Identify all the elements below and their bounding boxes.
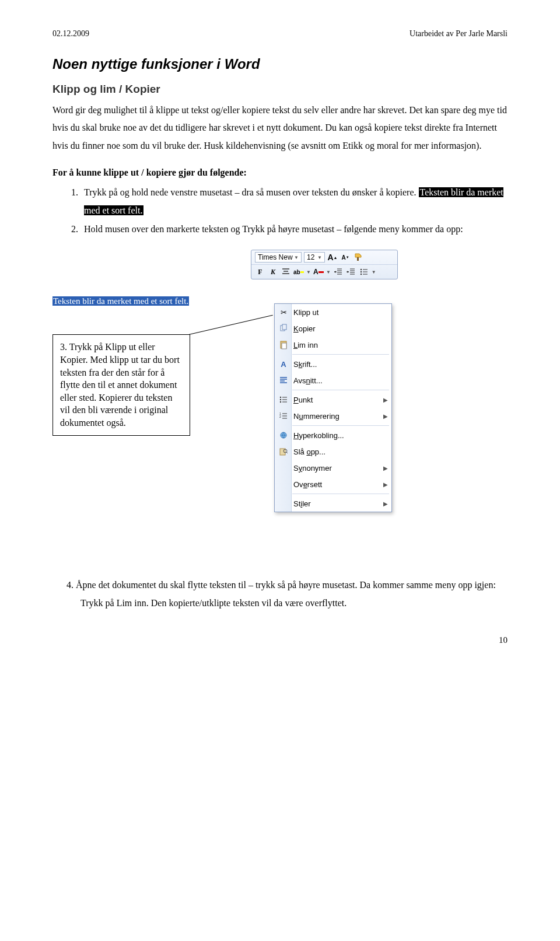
menu-lookup[interactable]: Slå opp...: [275, 443, 391, 460]
svg-rect-7: [282, 343, 286, 349]
highlight-ab-text: ab: [293, 269, 300, 275]
mini-toolbar: Times New ▼ 12 ▼ A▲ A▼ F K: [251, 250, 398, 279]
bullets-icon: [359, 267, 369, 277]
figure-area: Times New ▼ 12 ▼ A▲ A▼ F K: [52, 250, 508, 553]
dropdown-caret-icon: ▼: [294, 255, 299, 260]
dropdown-caret-icon: ▼: [317, 255, 322, 260]
font-selector[interactable]: Times New ▼: [255, 252, 302, 263]
steps-heading: For å kunne klippe ut / kopiere gjør du …: [52, 167, 508, 178]
toolbar-row-2: F K ab ▼ A ▼: [251, 264, 397, 279]
menu-bullets[interactable]: Punkt ▶: [275, 391, 391, 408]
steps-list: Trykk på og hold nede venstre musetast –…: [52, 184, 508, 238]
menu-copy[interactable]: Kopier: [275, 320, 391, 337]
submenu-arrow-icon: ▶: [383, 413, 388, 419]
bold-button[interactable]: F: [255, 267, 265, 277]
callout-connector-line: [176, 315, 273, 338]
submenu-arrow-icon: ▶: [383, 501, 388, 507]
menu-paragraph[interactable]: Avsnitt...: [275, 372, 391, 389]
svg-point-8: [280, 397, 281, 398]
step-1-text: Trykk på og hold nede venstre musetast –…: [84, 187, 419, 197]
svg-point-9: [280, 399, 281, 400]
selected-text: Teksten blir da merket med et sort felt.: [52, 296, 189, 306]
blank-icon: [277, 479, 290, 489]
font-color-button[interactable]: A: [313, 267, 324, 277]
bullets-button[interactable]: [359, 267, 369, 277]
indent-decrease-icon: [334, 267, 343, 277]
blank-icon: [277, 498, 290, 509]
grow-font-button[interactable]: A▲: [327, 252, 338, 263]
menu-translate[interactable]: Oversett ▶: [275, 476, 391, 492]
numbering-icon: 12: [277, 411, 290, 421]
paragraph-icon: [277, 375, 290, 386]
header-author: Utarbeidet av Per Jarle Marsli: [410, 29, 508, 39]
context-menu: ✂ Klipp ut Kopier Lim inn A: [274, 303, 392, 512]
font-color-bar: [318, 271, 324, 273]
copy-icon: [277, 323, 290, 334]
submenu-arrow-icon: ▶: [383, 481, 388, 488]
scissors-icon: ✂: [277, 307, 290, 317]
italic-button[interactable]: K: [268, 267, 278, 277]
paste-icon: [277, 340, 290, 350]
svg-point-3: [360, 274, 362, 275]
menu-numbering[interactable]: 12 Nummerering ▶: [275, 408, 391, 424]
indent-decrease-button[interactable]: [333, 267, 344, 277]
bullets-icon: [277, 394, 290, 405]
step-1: Trykk på og hold nede venstre musetast –…: [80, 184, 508, 219]
menu-separator: [292, 390, 389, 390]
highlight-button[interactable]: ab: [293, 267, 304, 277]
align-center-button[interactable]: [281, 267, 291, 277]
font-a-icon: A: [277, 359, 290, 369]
hyperlink-icon: [277, 430, 290, 440]
page-number: 10: [52, 635, 508, 645]
svg-rect-0: [357, 257, 359, 261]
dropdown-caret-icon[interactable]: ▼: [306, 270, 311, 275]
svg-text:2: 2: [279, 415, 281, 418]
font-name: Times New: [258, 253, 293, 261]
lookup-icon: [277, 446, 290, 457]
svg-point-2: [360, 271, 362, 272]
align-center-icon: [281, 267, 290, 277]
step-3-callout: 3. Trykk på Klipp ut eller Kopier. Med k…: [52, 334, 190, 435]
font-size: 12: [307, 253, 314, 261]
dropdown-caret-icon[interactable]: ▼: [326, 270, 331, 275]
submenu-arrow-icon: ▶: [383, 397, 388, 403]
menu-paste[interactable]: Lim inn: [275, 337, 391, 353]
menu-separator: [292, 354, 389, 355]
indent-increase-icon: [346, 267, 356, 277]
toolbar-row-1: Times New ▼ 12 ▼ A▲ A▼: [251, 250, 397, 264]
svg-rect-5: [282, 324, 286, 330]
intro-paragraph: Word gir deg mulighet til å klippe ut te…: [52, 102, 508, 155]
selected-text-sample: Teksten blir da merket med et sort felt.: [52, 296, 189, 306]
menu-font[interactable]: A Skrift...: [275, 356, 391, 372]
svg-point-1: [360, 269, 362, 270]
page-header: 02.12.2009 Utarbeidet av Per Jarle Marsl…: [52, 29, 508, 39]
blank-icon: [277, 463, 290, 473]
menu-styles[interactable]: Stiler ▶: [275, 495, 391, 512]
menu-hyperlink[interactable]: Hyperkobling...: [275, 427, 391, 443]
step-4: 4. Åpne det dokumentet du skal flytte te…: [52, 576, 508, 612]
dropdown-caret-icon[interactable]: ▼: [372, 270, 376, 275]
brush-icon: [354, 253, 363, 262]
menu-cut[interactable]: ✂ Klipp ut: [275, 304, 391, 320]
shrink-font-button[interactable]: A▼: [340, 252, 351, 263]
menu-synonyms[interactable]: Synonymer ▶: [275, 460, 391, 476]
menu-separator: [292, 494, 389, 494]
format-painter-button[interactable]: [353, 252, 363, 263]
submenu-arrow-icon: ▶: [383, 465, 388, 471]
step-2: Hold musen over den markerte teksten og …: [80, 221, 508, 238]
header-date: 02.12.2009: [52, 29, 89, 39]
svg-point-10: [280, 401, 281, 403]
indent-increase-button[interactable]: [346, 267, 356, 277]
page: 02.12.2009 Utarbeidet av Per Jarle Marsl…: [0, 0, 560, 669]
section-subtitle: Klipp og lim / Kopier: [52, 83, 508, 96]
page-title: Noen nyttige funksjoner i Word: [52, 56, 508, 72]
highlight-color-bar: [300, 271, 304, 273]
font-size-selector[interactable]: 12 ▼: [304, 252, 325, 263]
menu-separator: [292, 425, 389, 426]
